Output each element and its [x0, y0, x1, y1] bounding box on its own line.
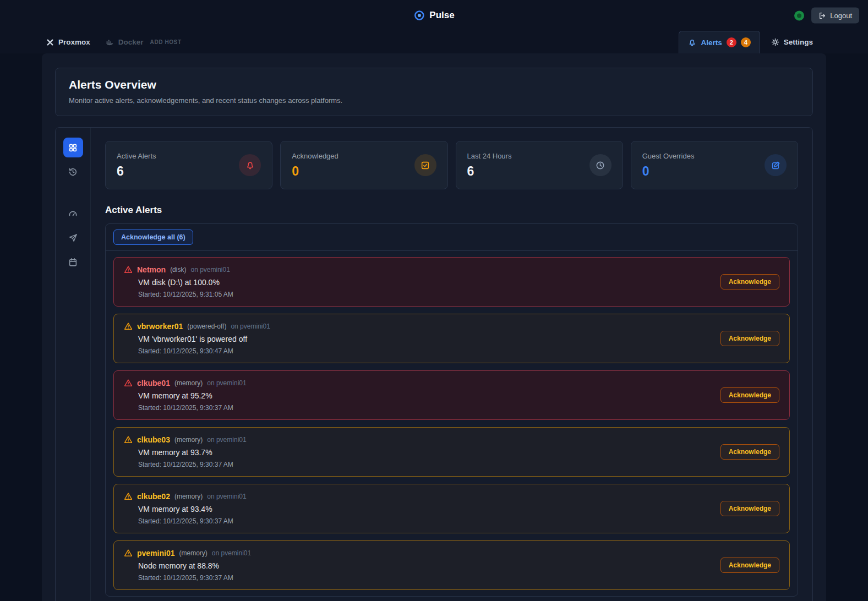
alert-message: Node memory at 88.8%: [138, 561, 251, 570]
logout-icon: [818, 12, 826, 19]
add-host-label[interactable]: ADD HOST: [150, 39, 182, 45]
alert-name: vbrworker01: [137, 322, 183, 331]
sidebar-item-overview[interactable]: [63, 138, 83, 157]
alert-name: clkube02: [137, 492, 170, 501]
alert-host: on pvemini01: [207, 493, 246, 500]
stat-value: 6: [467, 164, 512, 179]
gauge-icon: [68, 209, 78, 218]
stats-row: Active Alerts 6: [105, 141, 798, 189]
bell-icon: [245, 161, 255, 170]
alert-message: VM memory at 93.4%: [138, 505, 247, 513]
alert-list: Netmon (disk) on pvemini01 VM disk (D:\)…: [106, 251, 798, 596]
warning-triangle-icon: [124, 379, 133, 387]
stat-value: 0: [292, 164, 339, 179]
alert-type: (powered-off): [187, 323, 226, 330]
app-brand: Pulse: [413, 10, 454, 21]
check-square-icon: [421, 161, 430, 170]
tab-settings[interactable]: Settings: [771, 31, 813, 53]
send-icon: [68, 233, 78, 243]
acknowledge-button[interactable]: Acknowledge: [720, 331, 779, 346]
tab-docker[interactable]: Docker ADD HOST: [106, 38, 182, 46]
tab-alerts-label: Alerts: [701, 39, 722, 47]
alert-started-time: Started: 10/12/2025, 9:30:37 AM: [138, 461, 247, 468]
top-header: Pulse Logout: [0, 0, 868, 31]
update-status-icon[interactable]: [794, 10, 805, 21]
warning-triangle-icon: [124, 549, 133, 558]
alert-type: (memory): [174, 379, 203, 387]
alerts-main-area: Active Alerts 6: [91, 128, 812, 601]
proxmox-icon: [46, 39, 54, 46]
tab-proxmox[interactable]: Proxmox: [46, 38, 90, 46]
sidebar-item-history[interactable]: [63, 162, 83, 182]
alert-type: (disk): [170, 266, 186, 274]
stat-value: 6: [117, 164, 156, 179]
warning-triangle-icon: [124, 435, 133, 444]
stat-label: Last 24 Hours: [467, 152, 512, 160]
sidebar-item-schedule[interactable]: [63, 252, 83, 272]
tab-alerts[interactable]: Alerts 2 4: [679, 31, 760, 53]
alerts-critical-badge: 2: [727, 37, 736, 47]
alert-message: VM 'vbrworker01' is powered off: [138, 335, 270, 343]
alerts-overview-card: Alerts Overview Monitor active alerts, a…: [55, 68, 813, 116]
page-subtitle: Monitor active alerts, acknowledgements,…: [69, 96, 799, 105]
main-nav: Proxmox Docker ADD HOST Alerts 2 4 Setti…: [0, 31, 868, 53]
alert-name: clkube03: [137, 435, 170, 444]
alert-name: pvemini01: [137, 549, 174, 558]
logout-button[interactable]: Logout: [811, 8, 859, 24]
alert-card: clkube02 (memory) on pvemini01 VM memory…: [113, 484, 790, 533]
tab-settings-label: Settings: [784, 38, 813, 46]
page-title: Alerts Overview: [69, 78, 799, 91]
acknowledge-button[interactable]: Acknowledge: [720, 501, 779, 516]
gear-icon: [771, 38, 779, 46]
alert-started-time: Started: 10/12/2025, 9:30:37 AM: [138, 574, 251, 582]
stat-icon: [765, 154, 787, 176]
alert-card: clkube01 (memory) on pvemini01 VM memory…: [113, 370, 790, 420]
acknowledge-button[interactable]: Acknowledge: [720, 387, 779, 403]
acknowledge-button[interactable]: Acknowledge: [720, 558, 779, 573]
stat-icon: [414, 154, 436, 176]
calendar-icon: [68, 258, 78, 267]
alert-body: Netmon (disk) on pvemini01 VM disk (D:\)…: [124, 265, 233, 298]
alert-name: clkube01: [137, 379, 170, 387]
alert-card: pvemini01 (memory) on pvemini01 Node mem…: [113, 540, 790, 590]
alerts-toolbar: Acknowledge all (6): [106, 224, 798, 251]
alert-type: (memory): [179, 549, 207, 557]
alert-host: on pvemini01: [231, 323, 270, 330]
stat-label: Acknowledged: [292, 152, 339, 160]
tab-proxmox-label: Proxmox: [58, 38, 90, 46]
app-title: Pulse: [429, 10, 454, 21]
logout-label: Logout: [830, 12, 852, 20]
warning-triangle-icon: [124, 322, 133, 331]
pulse-logo-icon: [413, 10, 424, 21]
alert-message: VM memory at 93.7%: [138, 448, 247, 457]
stat-card: Guest Overrides 0: [631, 141, 798, 189]
stat-icon: [589, 154, 612, 176]
alert-started-time: Started: 10/12/2025, 9:30:37 AM: [138, 404, 247, 412]
sidebar-item-destinations[interactable]: [63, 228, 83, 248]
acknowledge-button[interactable]: Acknowledge: [720, 444, 779, 460]
alert-host: on pvemini01: [190, 266, 230, 274]
alert-name: Netmon: [137, 265, 166, 274]
stat-label: Active Alerts: [117, 152, 156, 160]
alert-card: vbrworker01 (powered-off) on pvemini01 V…: [113, 314, 790, 363]
bell-icon: [688, 39, 696, 47]
sidebar-item-thresholds[interactable]: [63, 204, 83, 223]
warning-triangle-icon: [124, 265, 133, 274]
alert-body: vbrworker01 (powered-off) on pvemini01 V…: [124, 322, 270, 355]
stat-card: Active Alerts 6: [105, 141, 272, 189]
warning-triangle-icon: [124, 492, 133, 501]
acknowledge-all-button[interactable]: Acknowledge all (6): [113, 230, 193, 245]
alert-type: (memory): [174, 436, 203, 444]
stat-card: Acknowledged 0: [280, 141, 447, 189]
alert-host: on pvemini01: [212, 549, 251, 557]
alert-body: clkube02 (memory) on pvemini01 VM memory…: [124, 492, 247, 525]
alert-started-time: Started: 10/12/2025, 9:31:05 AM: [138, 291, 233, 298]
alert-body: clkube01 (memory) on pvemini01 VM memory…: [124, 379, 247, 412]
stat-card: Last 24 Hours 6: [456, 141, 623, 189]
alert-started-time: Started: 10/12/2025, 9:30:47 AM: [138, 347, 270, 355]
acknowledge-button[interactable]: Acknowledge: [720, 274, 779, 289]
alerts-warning-badge: 4: [741, 37, 751, 47]
alerts-panel: Acknowledge all (6) Netmon (dis: [105, 223, 798, 597]
tab-docker-label: Docker: [118, 38, 144, 46]
alert-card: clkube03 (memory) on pvemini01 VM memory…: [113, 427, 790, 477]
